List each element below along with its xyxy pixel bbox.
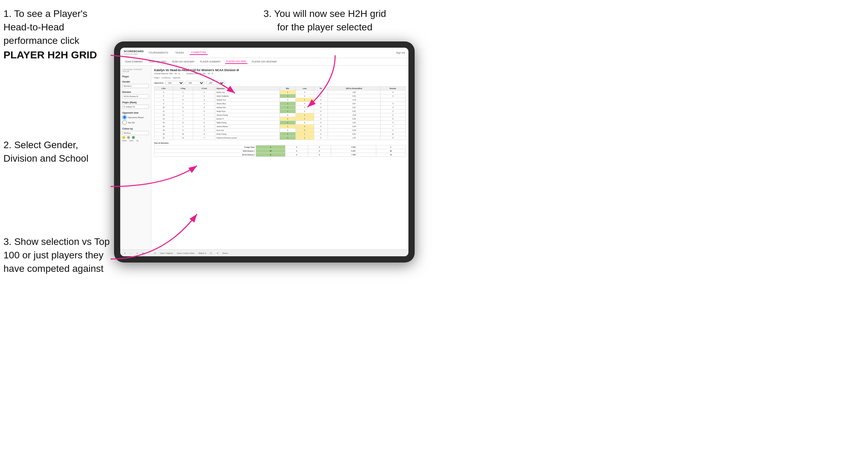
sidebar-player-rank-select[interactable]: 8. Katelyn Vo (122, 105, 149, 109)
out-cell-name: Foreign Team (154, 145, 256, 149)
cell-loss: 0 (295, 102, 314, 106)
cell-div: 18 (154, 128, 173, 132)
nav-links: TOURNAMENTS TEAMS COMMITTEE (147, 50, 396, 55)
cell-win: 1 (280, 121, 295, 125)
toolbar-undo[interactable]: ↩ (123, 251, 127, 255)
cell-loss: 0 (295, 94, 314, 98)
cell-diff: 3.67 (328, 102, 380, 106)
table-row: 9 1 4 Sharon Mun 1 0 0 3.67 3 (154, 102, 406, 106)
filter-conference-label: Conference (162, 77, 171, 79)
filter-region-select[interactable]: (All) (165, 81, 184, 85)
toolbar-share[interactable]: Share (221, 252, 229, 255)
out-cell-win: 5 (256, 153, 285, 157)
filter-row: Region Conference Opponent (154, 77, 406, 79)
sidebar-division-label: Division (122, 91, 149, 93)
table-row: 15 8 5 Stella Cheng 1 0 0 1.25 4 (154, 121, 406, 125)
dot-gray (127, 136, 130, 139)
cell-reg: 8 (173, 121, 193, 125)
toolbar-back[interactable]: ← (129, 252, 133, 255)
filter-conference-select[interactable]: (All) (186, 81, 205, 85)
sidebar-division-section: Division NCAA Division III (122, 91, 149, 98)
toolbar-redo[interactable]: ↪ (135, 251, 139, 255)
cell-div: 16 (154, 125, 173, 128)
out-cell-loss: 0 (285, 145, 308, 149)
opponents-label: Opponents: (154, 82, 164, 84)
toolbar-view-original[interactable]: View: Original (159, 252, 174, 255)
nav-committee[interactable]: COMMITTEE (190, 50, 208, 55)
sub-nav-player-h2h-grid[interactable]: PLAYER H2H GRID (225, 59, 247, 64)
table-row: 6 3 3 Sydney Kuo 0 1 0 -1.00 (154, 98, 406, 102)
cell-loss: 1 (295, 132, 314, 136)
cell-conf: 1 (193, 113, 215, 117)
cell-diff: 1.25 (328, 121, 380, 125)
cell-reg: 11 (173, 136, 193, 140)
nav-sign-out[interactable]: Sign out (396, 51, 405, 54)
sidebar-colour-select[interactable]: Win/loss (122, 131, 149, 135)
tablet-screen: SCOREBOARD Powered by clippd TOURNAMENTS… (120, 48, 408, 256)
cell-opponent: Federica Domecq Lacroze (215, 136, 280, 140)
out-cell-diff: 4.500 (331, 145, 376, 149)
th-div: # Div (154, 87, 173, 90)
cell-div: 5 (154, 94, 173, 98)
th-win: Win (280, 87, 295, 90)
cell-tie: 0 (314, 98, 328, 102)
cell-win: 4 (280, 132, 295, 136)
sidebar-opponent-view-label: Opponent view (122, 112, 149, 114)
nav-teams[interactable]: TEAMS (174, 51, 186, 55)
cell-reg: 7 (173, 117, 193, 121)
cell-diff: -0.94 (328, 125, 380, 128)
table-row: 13 1 1 Jessica Huang 0 1 0 -3.00 2 (154, 113, 406, 117)
cell-rounds: 6 (380, 136, 406, 140)
nav-bar: SCOREBOARD Powered by clippd TOURNAMENTS… (120, 48, 408, 58)
toolbar-save-custom[interactable]: Save Custom View (176, 252, 196, 255)
toolbar-icon2[interactable]: ⊣| (215, 251, 219, 255)
out-cell-rounds: 30 (376, 149, 406, 153)
cell-win: 0 (280, 128, 295, 132)
sidebar-gender-label: Gender (122, 80, 149, 83)
table-row: 18 2 2 Euna Lee 0 3 0 -5.00 2 (154, 128, 406, 132)
cell-win: 1 (280, 94, 295, 98)
cell-opponent: Jessica Mason (215, 125, 280, 128)
toolbar-grid[interactable]: ⊞ (141, 251, 145, 255)
filter-group-opponent: Opponent (173, 77, 180, 79)
sidebar-opponents-played-radio[interactable]: Opponents Played (122, 115, 149, 120)
th-opponent: Opponent (215, 87, 280, 90)
cell-conf: 4 (193, 117, 215, 121)
cell-win: 2 (280, 136, 295, 140)
sub-nav-player-h2h-heatmap[interactable]: PLAYER H2H HEATMAP (251, 60, 278, 64)
sub-nav-team-h2h-grid[interactable]: TEAM H2H GRID (148, 60, 167, 64)
nav-tournaments[interactable]: TOURNAMENTS (147, 51, 170, 55)
cell-rounds: 2 (380, 128, 406, 132)
sidebar-opponent-section: Opponent view Opponents Played Top 100 (122, 112, 149, 125)
toolbar: ↩ ← ↪ ⊞ ↔ ⊙ View: Original Save Custom V… (120, 249, 408, 256)
cell-win: 0 (280, 98, 295, 102)
sub-nav-team-summary[interactable]: TEAM SUMMARY (124, 60, 144, 64)
instruction-topleft: 1. To see a Player's Head-to-Head perfor… (3, 7, 114, 62)
cell-diff: 0.30 (328, 132, 380, 136)
toolbar-circle[interactable]: ⊙ (153, 251, 157, 255)
toolbar-swap[interactable]: ↔ (147, 252, 151, 255)
cell-loss: 1 (295, 113, 314, 117)
cell-opponent: Eunice Yi (215, 117, 280, 121)
sub-nav-player-summary[interactable]: PLAYER SUMMARY (199, 60, 222, 64)
cell-opponent: Jessica Huang (215, 113, 280, 117)
cell-conf: 4 (193, 102, 215, 106)
sub-nav-team-h2h-heatmap[interactable]: TEAM H2H HEATMAP (171, 60, 196, 64)
cell-diff: -3.00 (328, 113, 380, 117)
sub-nav: TEAM SUMMARY TEAM H2H GRID TEAM H2H HEAT… (120, 58, 408, 66)
table-row: 14 7 4 Eunice Yi 2 2 0 0.38 9 (154, 117, 406, 121)
cell-opponent: Sydney Kuo (215, 98, 280, 102)
sidebar-division-select[interactable]: NCAA Division III (122, 94, 149, 98)
th-diff: Diff Av Strokes/Rnd (328, 87, 380, 90)
cell-tie: 0 (314, 94, 328, 98)
sidebar-gender-select[interactable]: Women's (122, 84, 149, 88)
toolbar-watch[interactable]: Watch ▾ (197, 251, 207, 255)
cell-rounds: 11 (380, 132, 406, 136)
cell-tie: 0 (314, 121, 328, 125)
toolbar-icon1[interactable]: ⊡ (209, 251, 213, 255)
sidebar-top100-radio[interactable]: Top 100 (122, 120, 149, 125)
filter-opponent-select[interactable]: (All) (206, 81, 225, 85)
filter-region-label: Region (154, 77, 160, 79)
cell-div: 19 (154, 132, 173, 136)
cell-loss: 3 (295, 128, 314, 132)
